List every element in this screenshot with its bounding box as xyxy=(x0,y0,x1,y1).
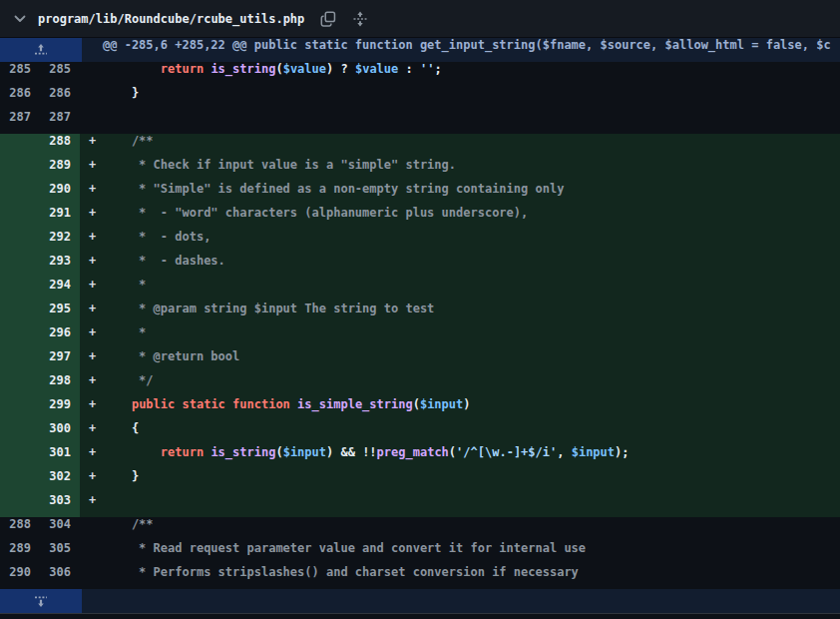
diff-row: 301 + return is_string($input) && !!preg… xyxy=(0,445,840,469)
diff-sign: + xyxy=(80,134,103,158)
diff-sign xyxy=(80,541,103,565)
new-line-number[interactable]: 289 xyxy=(40,158,80,182)
new-line-number[interactable]: 299 xyxy=(40,397,80,421)
diff-sign xyxy=(80,62,103,86)
diff-row: 287 287 xyxy=(0,110,840,134)
diff-sign xyxy=(80,86,103,110)
diff-row: 297 + * @return bool xyxy=(0,349,840,373)
diff-sign: + xyxy=(80,206,103,230)
old-line-number[interactable]: 287 xyxy=(0,110,40,134)
old-line-number[interactable] xyxy=(0,493,40,517)
new-line-number[interactable]: 291 xyxy=(40,206,80,230)
old-line-number[interactable]: 286 xyxy=(0,86,40,110)
old-line-number[interactable] xyxy=(0,302,40,325)
hunk-header-text: @@ -285,6 +285,22 @@ public static funct… xyxy=(82,38,831,62)
old-line-number[interactable] xyxy=(0,325,40,349)
file-path[interactable]: program/lib/Roundcube/rcube_utils.php xyxy=(38,12,304,26)
new-line-number[interactable]: 297 xyxy=(40,349,80,373)
diff-sign: + xyxy=(80,397,103,421)
old-line-number[interactable] xyxy=(0,134,40,158)
old-line-number[interactable] xyxy=(0,278,40,302)
new-line-number[interactable]: 304 xyxy=(40,517,80,541)
code-line xyxy=(103,493,840,517)
new-line-number[interactable]: 293 xyxy=(40,254,80,278)
diff-row: 285 285 return is_string($value) ? $valu… xyxy=(0,62,840,86)
expand-down-row xyxy=(0,589,840,614)
old-line-number[interactable] xyxy=(0,397,40,421)
new-line-number[interactable]: 305 xyxy=(40,541,80,565)
diff-row: 299 + public static function is_simple_s… xyxy=(0,397,840,421)
code-line: * Check if input value is a "simple" str… xyxy=(103,158,840,182)
diff-row: 292 + * - dots, xyxy=(0,230,840,254)
diff-sign: + xyxy=(80,373,103,397)
new-line-number[interactable]: 298 xyxy=(40,373,80,397)
new-line-number[interactable]: 286 xyxy=(40,86,80,110)
code-line: * - "word" characters (alphanumeric plus… xyxy=(103,206,840,230)
diff-row: 288 + /** xyxy=(0,134,840,158)
unfold-all-icon xyxy=(352,11,368,27)
new-line-number[interactable]: 300 xyxy=(40,421,80,445)
diff-sign: + xyxy=(80,230,103,254)
diff-row: 296 + * xyxy=(0,325,840,349)
new-line-number[interactable]: 295 xyxy=(40,302,80,325)
old-line-number[interactable] xyxy=(0,182,40,206)
old-line-number[interactable]: 285 xyxy=(0,62,40,86)
diff-sign: + xyxy=(80,445,103,469)
expand-up-button[interactable] xyxy=(0,38,82,62)
diff-sign: + xyxy=(80,158,103,182)
new-line-number[interactable]: 290 xyxy=(40,182,80,206)
new-line-number[interactable]: 306 xyxy=(40,565,80,589)
old-line-number[interactable] xyxy=(0,349,40,373)
new-line-number[interactable]: 294 xyxy=(40,278,80,302)
diff-sign: + xyxy=(80,302,103,325)
diff-row: 289 + * Check if input value is a "simpl… xyxy=(0,158,840,182)
new-line-number[interactable]: 287 xyxy=(40,110,80,134)
new-line-number[interactable]: 302 xyxy=(40,469,80,493)
diff-row: 302 + } xyxy=(0,469,840,493)
code-line: } xyxy=(103,469,840,493)
code-line: return is_string($value) ? $value : ''; xyxy=(103,62,840,86)
new-line-number[interactable]: 285 xyxy=(40,62,80,86)
old-line-number[interactable] xyxy=(0,373,40,397)
old-line-number[interactable]: 289 xyxy=(0,541,40,565)
code-line xyxy=(103,110,840,134)
code-line: * Performs stripslashes() and charset co… xyxy=(103,565,840,589)
new-line-number[interactable]: 296 xyxy=(40,325,80,349)
fold-down-icon xyxy=(33,593,49,609)
copy-path-button[interactable] xyxy=(320,11,336,27)
diff-sign: + xyxy=(80,254,103,278)
code-line: * Read request parameter value and conve… xyxy=(103,541,840,565)
chevron-down-icon xyxy=(13,12,27,26)
diff-row: 288 304 /** xyxy=(0,517,840,541)
old-line-number[interactable] xyxy=(0,158,40,182)
diff-sign: + xyxy=(80,349,103,373)
old-line-number[interactable] xyxy=(0,254,40,278)
expand-all-button[interactable] xyxy=(352,11,368,27)
old-line-number[interactable] xyxy=(0,445,40,469)
code-line: } xyxy=(103,86,840,110)
expand-down-button[interactable] xyxy=(0,589,82,613)
hunk-header-row: @@ -285,6 +285,22 @@ public static funct… xyxy=(0,38,840,62)
old-line-number[interactable] xyxy=(0,230,40,254)
old-line-number[interactable] xyxy=(0,421,40,445)
diff-sign: + xyxy=(80,493,103,517)
file-header: program/lib/Roundcube/rcube_utils.php xyxy=(0,0,840,38)
old-line-number[interactable]: 288 xyxy=(0,517,40,541)
code-line: * @return bool xyxy=(103,349,840,373)
collapse-file-button[interactable] xyxy=(13,12,27,26)
diff-rows: 285 285 return is_string($value) ? $valu… xyxy=(0,62,840,589)
diff-sign: + xyxy=(80,421,103,445)
old-line-number[interactable]: 290 xyxy=(0,565,40,589)
code-line: * @param string $input The string to tes… xyxy=(103,302,840,325)
diff-row: 295 + * @param string $input The string … xyxy=(0,302,840,325)
diff-sign xyxy=(80,517,103,541)
new-line-number[interactable]: 292 xyxy=(40,230,80,254)
new-line-number[interactable]: 303 xyxy=(40,493,80,517)
new-line-number[interactable]: 288 xyxy=(40,134,80,158)
diff-row: 290 306 * Performs stripslashes() and ch… xyxy=(0,565,840,589)
old-line-number[interactable] xyxy=(0,206,40,230)
new-line-number[interactable]: 301 xyxy=(40,445,80,469)
old-line-number[interactable] xyxy=(0,469,40,493)
diff-row: 286 286 } xyxy=(0,86,840,110)
code-line: /** xyxy=(103,517,840,541)
